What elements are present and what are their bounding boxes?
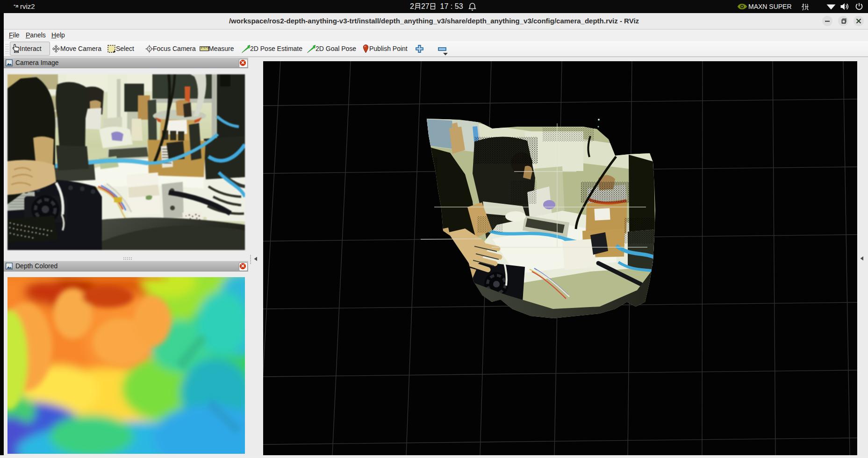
svg-text:“л: “л (14, 4, 18, 8)
